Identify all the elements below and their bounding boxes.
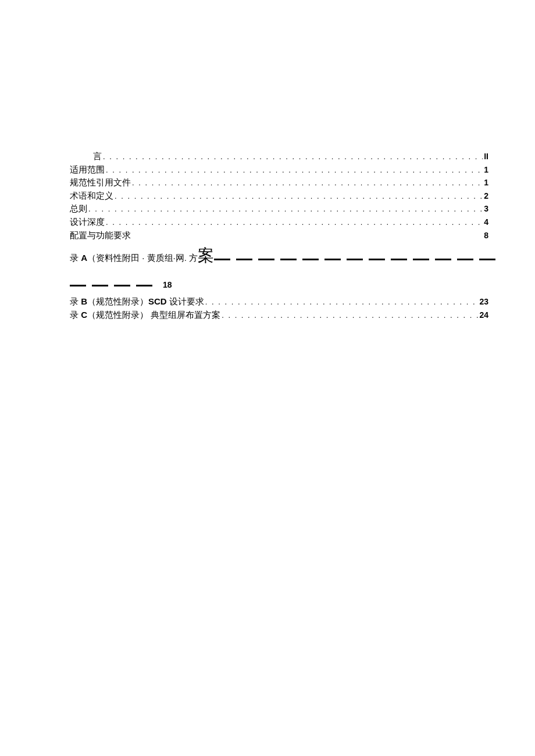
toc-appendix-a: 录 A（资料性附田 · 黄质组·网. 方案	[70, 245, 488, 267]
appendix-big-char: 案	[198, 245, 214, 267]
toc-label: 适用范围	[70, 163, 105, 175]
toc-entry: 言 II	[70, 150, 488, 163]
toc-label: 录 B（规范性附录）SCD 设计要求	[70, 295, 204, 307]
dash-continuation: 18	[70, 280, 488, 289]
toc-label: 总则	[70, 202, 87, 214]
toc-label: 术语和定义	[70, 189, 113, 202]
toc-label: 录 C（规范性附录） 典型组屏布置方案	[70, 309, 220, 321]
toc-entry: 适用范围 1	[70, 163, 488, 176]
toc-container: 言 II 适用范围 1 规范性引用文件 1 术语和定义 2 总则 3 设计深度 …	[70, 150, 488, 321]
toc-entry: 术语和定义 2	[70, 189, 488, 202]
toc-leader-dots	[103, 152, 483, 162]
toc-appendix-c: 录 C（规范性附录） 典型组屏布置方案 24	[70, 309, 488, 321]
toc-entry: 规范性引用文件 1	[70, 176, 488, 189]
toc-label: 配置与功能要求	[70, 229, 131, 241]
toc-leader-dots	[115, 191, 483, 202]
toc-entry: 设计深度 4	[70, 216, 488, 228]
toc-page-number: 8	[484, 230, 488, 242]
toc-leader-dots	[106, 165, 483, 175]
toc-page-number: 4	[484, 217, 488, 228]
toc-label: 规范性引用文件	[70, 176, 131, 188]
toc-page-number: 18	[163, 280, 172, 289]
appendix-prefix: 录 A（资料性附田 · 黄质组·网. 方	[70, 253, 198, 264]
toc-appendix-b: 录 B（规范性附录）SCD 设计要求 23	[70, 295, 488, 308]
toc-entry: 配置与功能要求 8	[70, 229, 488, 242]
toc-label: 设计深度	[70, 216, 105, 228]
toc-leader-dots	[88, 204, 483, 214]
toc-page-number: II	[484, 151, 488, 163]
dash-run-icon	[70, 280, 158, 289]
toc-page-number: 1	[484, 177, 488, 189]
toc-page-number: 3	[484, 203, 488, 215]
toc-leader-dots	[205, 297, 479, 307]
toc-page-number: 2	[484, 191, 488, 202]
dash-run-icon	[214, 254, 501, 264]
toc-entry: 总则 3	[70, 202, 488, 215]
toc-leader-dots	[106, 217, 483, 228]
toc-label: 言	[93, 150, 102, 162]
toc-page-number: 1	[484, 164, 488, 176]
toc-leader-dots	[132, 178, 483, 188]
toc-page-number: 24	[479, 310, 488, 321]
toc-page-number: 23	[479, 296, 488, 308]
toc-leader-dots	[222, 310, 478, 321]
